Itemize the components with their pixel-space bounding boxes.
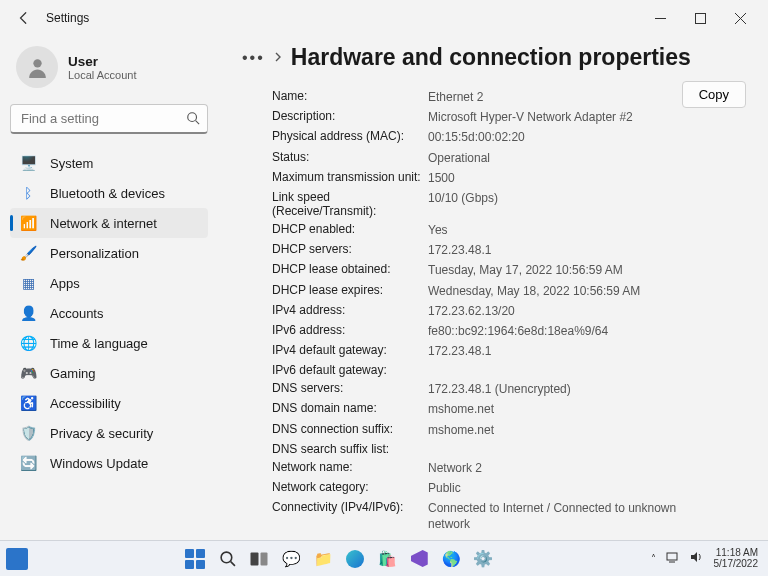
property-details: Copy Name:Ethernet 2Description:Microsof…: [272, 87, 752, 535]
sidebar-item-apps[interactable]: ▦Apps: [10, 268, 208, 298]
taskbar-app-edge[interactable]: [342, 546, 368, 572]
property-row: Description:Microsoft Hyper-V Network Ad…: [272, 107, 752, 127]
property-row: Physical address (MAC):00:15:5d:00:02:20: [272, 127, 752, 147]
property-key: DHCP lease obtained:: [272, 262, 428, 276]
property-key: Name:: [272, 89, 428, 103]
sidebar-item-gaming[interactable]: 🎮Gaming: [10, 358, 208, 388]
folder-icon: 📁: [314, 550, 333, 568]
taskbar-app-vs[interactable]: [406, 546, 432, 572]
start-button[interactable]: [182, 546, 208, 572]
sidebar-item-personalization[interactable]: 🖌️Personalization: [10, 238, 208, 268]
chevron-up-icon[interactable]: ˄: [651, 553, 656, 564]
task-view-button[interactable]: [246, 546, 272, 572]
property-key: Link speed (Receive/Transmit):: [272, 190, 428, 218]
sidebar-item-label: Apps: [50, 276, 80, 291]
taskbar-widgets-button[interactable]: [6, 548, 28, 570]
taskbar-app-terminal[interactable]: 🌎: [438, 546, 464, 572]
svg-line-6: [230, 562, 234, 566]
taskbar-time: 11:18 AM: [714, 548, 759, 559]
nav-icon: 🌐: [20, 335, 36, 351]
taskbar-date: 5/17/2022: [714, 559, 759, 570]
sidebar-item-label: Privacy & security: [50, 426, 153, 441]
nav-icon: ▦: [20, 275, 36, 291]
sidebar-item-windows-update[interactable]: 🔄Windows Update: [10, 448, 208, 478]
property-key: IPv4 address:: [272, 303, 428, 317]
network-icon[interactable]: [666, 551, 680, 566]
svg-point-2: [33, 59, 41, 67]
property-row: DHCP lease expires:Wednesday, May 18, 20…: [272, 281, 752, 301]
task-view-icon: [250, 552, 268, 566]
property-key: Status:: [272, 150, 428, 164]
nav-icon: 🔄: [20, 455, 36, 471]
search-input[interactable]: [10, 104, 208, 134]
property-row: Network category:Public: [272, 478, 752, 498]
taskbar-app-explorer[interactable]: 📁: [310, 546, 336, 572]
chat-icon: 💬: [282, 550, 301, 568]
close-button[interactable]: [720, 2, 760, 34]
taskbar-clock[interactable]: 11:18 AM 5/17/2022: [714, 548, 759, 569]
sidebar-item-accounts[interactable]: 👤Accounts: [10, 298, 208, 328]
property-value: 10/10 (Gbps): [428, 190, 752, 206]
taskbar: 💬 📁 🛍️ 🌎 ⚙️ ˄ 11:18 AM 5/17/2022: [0, 540, 768, 576]
property-value: 172.23.48.1: [428, 343, 752, 359]
page-title: Hardware and connection properties: [291, 44, 691, 71]
nav-icon: 🖌️: [20, 245, 36, 261]
visualstudio-icon: [411, 550, 428, 567]
sidebar-item-label: Network & internet: [50, 216, 157, 231]
property-key: Connectivity (IPv4/IPv6):: [272, 500, 428, 514]
property-value: Tuesday, May 17, 2022 10:56:59 AM: [428, 262, 752, 278]
property-row: DNS servers:172.23.48.1 (Unencrypted): [272, 379, 752, 399]
sidebar-item-label: Accessibility: [50, 396, 121, 411]
taskbar-tray[interactable]: ˄ 11:18 AM 5/17/2022: [641, 548, 769, 569]
nav-icon: 🖥️: [20, 155, 36, 171]
property-value: fe80::bc92:1964:6e8d:18ea%9/64: [428, 323, 752, 339]
content-area: ••• Hardware and connection properties C…: [218, 36, 768, 540]
copy-button[interactable]: Copy: [682, 81, 746, 108]
volume-icon[interactable]: [690, 551, 704, 566]
svg-rect-9: [667, 553, 677, 560]
minimize-button[interactable]: [640, 2, 680, 34]
property-key: DNS servers:: [272, 381, 428, 395]
property-key: DHCP lease expires:: [272, 283, 428, 297]
property-key: Network category:: [272, 480, 428, 494]
property-row: Connectivity (IPv4/IPv6):Connected to In…: [272, 498, 752, 534]
property-value: 00:15:5d:00:02:20: [428, 129, 752, 145]
property-value: 172.23.48.1: [428, 242, 752, 258]
arrow-left-icon: [17, 11, 31, 25]
property-value: Microsoft Hyper-V Network Adapter #2: [428, 109, 752, 125]
close-icon: [735, 13, 746, 24]
maximize-button[interactable]: [680, 2, 720, 34]
sidebar-item-privacy-security[interactable]: 🛡️Privacy & security: [10, 418, 208, 448]
nav-icon: 🛡️: [20, 425, 36, 441]
property-row: IPv4 address:172.23.62.13/20: [272, 301, 752, 321]
user-block[interactable]: User Local Account: [10, 36, 208, 102]
property-key: Network name:: [272, 460, 428, 474]
taskbar-app-chat[interactable]: 💬: [278, 546, 304, 572]
sidebar-item-bluetooth-devices[interactable]: ᛒBluetooth & devices: [10, 178, 208, 208]
user-text: User Local Account: [68, 54, 137, 81]
back-button[interactable]: [8, 2, 40, 34]
property-row: DHCP servers:172.23.48.1: [272, 240, 752, 260]
taskbar-app-store[interactable]: 🛍️: [374, 546, 400, 572]
sidebar-item-network-internet[interactable]: 📶Network & internet: [10, 208, 208, 238]
property-row: IPv4 default gateway:172.23.48.1: [272, 341, 752, 361]
property-key: DNS domain name:: [272, 401, 428, 415]
terminal-icon: 🌎: [442, 550, 461, 568]
breadcrumb-more-button[interactable]: •••: [242, 49, 265, 67]
user-icon: [25, 55, 50, 80]
titlebar: Settings: [0, 0, 768, 36]
taskbar-search-button[interactable]: [214, 546, 240, 572]
property-key: DNS connection suffix:: [272, 422, 428, 436]
taskbar-app-settings[interactable]: ⚙️: [470, 546, 496, 572]
user-account-type: Local Account: [68, 69, 137, 81]
sidebar: User Local Account 🖥️SystemᛒBluetooth & …: [0, 36, 218, 540]
store-icon: 🛍️: [378, 550, 397, 568]
sidebar-item-accessibility[interactable]: ♿Accessibility: [10, 388, 208, 418]
app-body: User Local Account 🖥️SystemᛒBluetooth & …: [0, 36, 768, 540]
sidebar-item-time-language[interactable]: 🌐Time & language: [10, 328, 208, 358]
property-key: Physical address (MAC):: [272, 129, 428, 143]
property-value: 172.23.48.1 (Unencrypted): [428, 381, 752, 397]
property-value: 1500: [428, 170, 752, 186]
sidebar-item-system[interactable]: 🖥️System: [10, 148, 208, 178]
nav-icon: ᛒ: [20, 185, 36, 201]
